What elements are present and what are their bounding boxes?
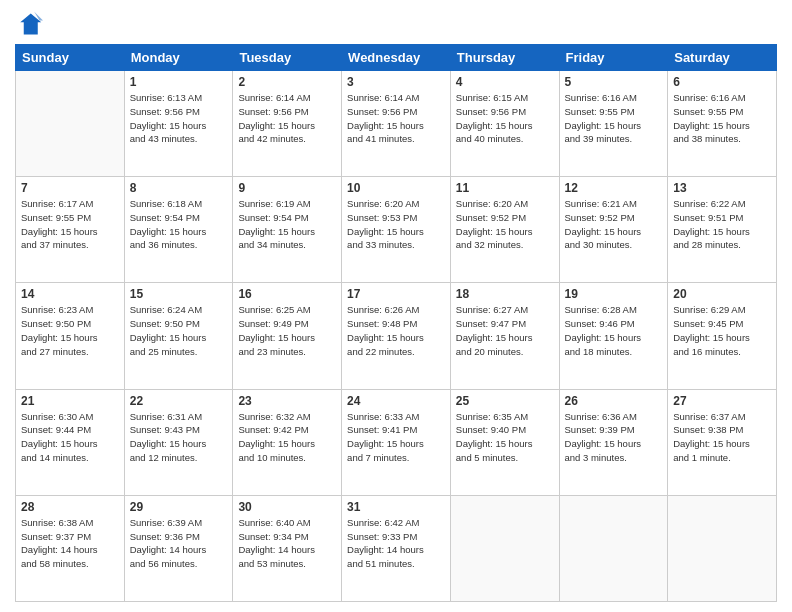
- day-number: 31: [347, 500, 445, 514]
- weekday-monday: Monday: [124, 45, 233, 71]
- day-number: 9: [238, 181, 336, 195]
- weekday-wednesday: Wednesday: [342, 45, 451, 71]
- day-number: 12: [565, 181, 663, 195]
- day-number: 1: [130, 75, 228, 89]
- calendar-cell: 26Sunrise: 6:36 AM Sunset: 9:39 PM Dayli…: [559, 389, 668, 495]
- day-info: Sunrise: 6:16 AM Sunset: 9:55 PM Dayligh…: [673, 91, 771, 146]
- week-row-3: 21Sunrise: 6:30 AM Sunset: 9:44 PM Dayli…: [16, 389, 777, 495]
- day-number: 15: [130, 287, 228, 301]
- calendar-cell: 28Sunrise: 6:38 AM Sunset: 9:37 PM Dayli…: [16, 495, 125, 601]
- week-row-4: 28Sunrise: 6:38 AM Sunset: 9:37 PM Dayli…: [16, 495, 777, 601]
- day-number: 23: [238, 394, 336, 408]
- calendar-cell: 30Sunrise: 6:40 AM Sunset: 9:34 PM Dayli…: [233, 495, 342, 601]
- day-info: Sunrise: 6:20 AM Sunset: 9:53 PM Dayligh…: [347, 197, 445, 252]
- day-info: Sunrise: 6:33 AM Sunset: 9:41 PM Dayligh…: [347, 410, 445, 465]
- day-number: 30: [238, 500, 336, 514]
- day-number: 11: [456, 181, 554, 195]
- day-number: 7: [21, 181, 119, 195]
- day-info: Sunrise: 6:24 AM Sunset: 9:50 PM Dayligh…: [130, 303, 228, 358]
- day-info: Sunrise: 6:13 AM Sunset: 9:56 PM Dayligh…: [130, 91, 228, 146]
- calendar-cell: 6Sunrise: 6:16 AM Sunset: 9:55 PM Daylig…: [668, 71, 777, 177]
- week-row-1: 7Sunrise: 6:17 AM Sunset: 9:55 PM Daylig…: [16, 177, 777, 283]
- logo-icon: [15, 10, 43, 38]
- day-number: 13: [673, 181, 771, 195]
- calendar-cell: 21Sunrise: 6:30 AM Sunset: 9:44 PM Dayli…: [16, 389, 125, 495]
- calendar-cell: [450, 495, 559, 601]
- day-number: 10: [347, 181, 445, 195]
- calendar-cell: 13Sunrise: 6:22 AM Sunset: 9:51 PM Dayli…: [668, 177, 777, 283]
- calendar-cell: 17Sunrise: 6:26 AM Sunset: 9:48 PM Dayli…: [342, 283, 451, 389]
- day-number: 16: [238, 287, 336, 301]
- calendar-cell: 15Sunrise: 6:24 AM Sunset: 9:50 PM Dayli…: [124, 283, 233, 389]
- calendar-cell: 10Sunrise: 6:20 AM Sunset: 9:53 PM Dayli…: [342, 177, 451, 283]
- day-info: Sunrise: 6:15 AM Sunset: 9:56 PM Dayligh…: [456, 91, 554, 146]
- calendar-cell: 23Sunrise: 6:32 AM Sunset: 9:42 PM Dayli…: [233, 389, 342, 495]
- calendar-cell: 27Sunrise: 6:37 AM Sunset: 9:38 PM Dayli…: [668, 389, 777, 495]
- day-info: Sunrise: 6:17 AM Sunset: 9:55 PM Dayligh…: [21, 197, 119, 252]
- calendar-cell: 1Sunrise: 6:13 AM Sunset: 9:56 PM Daylig…: [124, 71, 233, 177]
- calendar-cell: [16, 71, 125, 177]
- day-number: 27: [673, 394, 771, 408]
- weekday-saturday: Saturday: [668, 45, 777, 71]
- day-info: Sunrise: 6:25 AM Sunset: 9:49 PM Dayligh…: [238, 303, 336, 358]
- week-row-2: 14Sunrise: 6:23 AM Sunset: 9:50 PM Dayli…: [16, 283, 777, 389]
- day-info: Sunrise: 6:14 AM Sunset: 9:56 PM Dayligh…: [347, 91, 445, 146]
- week-row-0: 1Sunrise: 6:13 AM Sunset: 9:56 PM Daylig…: [16, 71, 777, 177]
- day-number: 14: [21, 287, 119, 301]
- calendar-cell: [559, 495, 668, 601]
- weekday-tuesday: Tuesday: [233, 45, 342, 71]
- day-info: Sunrise: 6:37 AM Sunset: 9:38 PM Dayligh…: [673, 410, 771, 465]
- calendar-cell: 22Sunrise: 6:31 AM Sunset: 9:43 PM Dayli…: [124, 389, 233, 495]
- calendar-cell: 9Sunrise: 6:19 AM Sunset: 9:54 PM Daylig…: [233, 177, 342, 283]
- weekday-friday: Friday: [559, 45, 668, 71]
- day-number: 6: [673, 75, 771, 89]
- day-info: Sunrise: 6:18 AM Sunset: 9:54 PM Dayligh…: [130, 197, 228, 252]
- day-info: Sunrise: 6:28 AM Sunset: 9:46 PM Dayligh…: [565, 303, 663, 358]
- day-info: Sunrise: 6:31 AM Sunset: 9:43 PM Dayligh…: [130, 410, 228, 465]
- calendar-cell: 8Sunrise: 6:18 AM Sunset: 9:54 PM Daylig…: [124, 177, 233, 283]
- calendar-cell: 4Sunrise: 6:15 AM Sunset: 9:56 PM Daylig…: [450, 71, 559, 177]
- day-info: Sunrise: 6:40 AM Sunset: 9:34 PM Dayligh…: [238, 516, 336, 571]
- calendar-cell: 19Sunrise: 6:28 AM Sunset: 9:46 PM Dayli…: [559, 283, 668, 389]
- day-info: Sunrise: 6:36 AM Sunset: 9:39 PM Dayligh…: [565, 410, 663, 465]
- calendar-table: SundayMondayTuesdayWednesdayThursdayFrid…: [15, 44, 777, 602]
- calendar-cell: 24Sunrise: 6:33 AM Sunset: 9:41 PM Dayli…: [342, 389, 451, 495]
- calendar-cell: 16Sunrise: 6:25 AM Sunset: 9:49 PM Dayli…: [233, 283, 342, 389]
- day-info: Sunrise: 6:38 AM Sunset: 9:37 PM Dayligh…: [21, 516, 119, 571]
- calendar-cell: 14Sunrise: 6:23 AM Sunset: 9:50 PM Dayli…: [16, 283, 125, 389]
- calendar-cell: 25Sunrise: 6:35 AM Sunset: 9:40 PM Dayli…: [450, 389, 559, 495]
- day-number: 19: [565, 287, 663, 301]
- calendar-cell: 20Sunrise: 6:29 AM Sunset: 9:45 PM Dayli…: [668, 283, 777, 389]
- day-info: Sunrise: 6:23 AM Sunset: 9:50 PM Dayligh…: [21, 303, 119, 358]
- day-number: 3: [347, 75, 445, 89]
- calendar-cell: 18Sunrise: 6:27 AM Sunset: 9:47 PM Dayli…: [450, 283, 559, 389]
- day-number: 21: [21, 394, 119, 408]
- day-number: 8: [130, 181, 228, 195]
- weekday-sunday: Sunday: [16, 45, 125, 71]
- day-number: 18: [456, 287, 554, 301]
- day-number: 4: [456, 75, 554, 89]
- day-number: 22: [130, 394, 228, 408]
- day-info: Sunrise: 6:20 AM Sunset: 9:52 PM Dayligh…: [456, 197, 554, 252]
- day-number: 17: [347, 287, 445, 301]
- day-info: Sunrise: 6:21 AM Sunset: 9:52 PM Dayligh…: [565, 197, 663, 252]
- day-number: 29: [130, 500, 228, 514]
- day-info: Sunrise: 6:42 AM Sunset: 9:33 PM Dayligh…: [347, 516, 445, 571]
- calendar-cell: 11Sunrise: 6:20 AM Sunset: 9:52 PM Dayli…: [450, 177, 559, 283]
- day-info: Sunrise: 6:27 AM Sunset: 9:47 PM Dayligh…: [456, 303, 554, 358]
- calendar-cell: 3Sunrise: 6:14 AM Sunset: 9:56 PM Daylig…: [342, 71, 451, 177]
- day-info: Sunrise: 6:22 AM Sunset: 9:51 PM Dayligh…: [673, 197, 771, 252]
- day-number: 20: [673, 287, 771, 301]
- day-number: 5: [565, 75, 663, 89]
- day-info: Sunrise: 6:39 AM Sunset: 9:36 PM Dayligh…: [130, 516, 228, 571]
- calendar-cell: 2Sunrise: 6:14 AM Sunset: 9:56 PM Daylig…: [233, 71, 342, 177]
- day-number: 28: [21, 500, 119, 514]
- header: [15, 10, 777, 38]
- weekday-thursday: Thursday: [450, 45, 559, 71]
- page: SundayMondayTuesdayWednesdayThursdayFrid…: [0, 0, 792, 612]
- day-number: 25: [456, 394, 554, 408]
- calendar-cell: [668, 495, 777, 601]
- logo: [15, 10, 47, 38]
- day-number: 2: [238, 75, 336, 89]
- day-info: Sunrise: 6:30 AM Sunset: 9:44 PM Dayligh…: [21, 410, 119, 465]
